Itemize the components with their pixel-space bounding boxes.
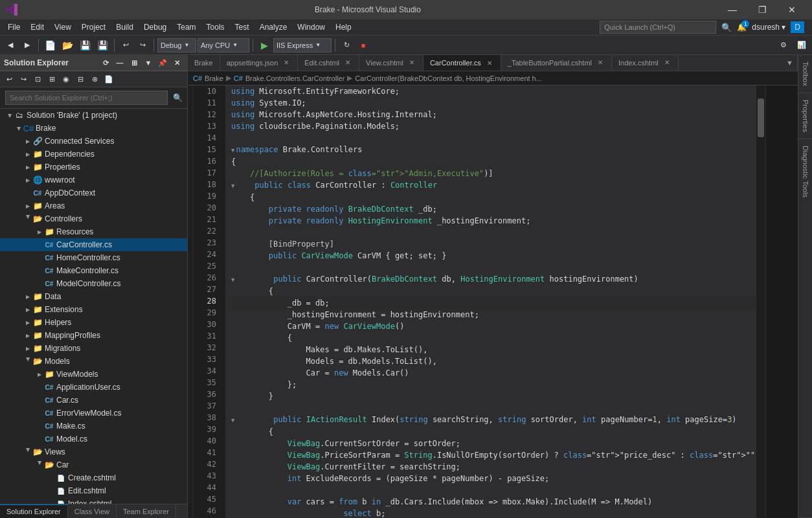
vs-sign-in[interactable]: D	[791, 21, 804, 33]
se-pin-btn[interactable]: 📌	[156, 56, 169, 69]
sidebar-toolbox[interactable]: Toolbox	[798, 55, 812, 93]
se-filter-btn[interactable]: ▼	[142, 56, 155, 69]
menu-window[interactable]: Window	[292, 19, 330, 36]
tree-carcontroller[interactable]: ▶ C# CarController.cs	[0, 238, 187, 251]
tree-migrations[interactable]: ▶ 📁 Migrations	[0, 342, 187, 355]
tree-extensions[interactable]: ▶ 📁 Extensions	[0, 303, 187, 316]
tab-close-index[interactable]: ✕	[662, 58, 671, 67]
redo-btn[interactable]: ↪	[135, 38, 150, 53]
menu-help[interactable]: Help	[330, 19, 357, 36]
tree-model-cs[interactable]: ▶ C# Model.cs	[0, 433, 187, 445]
run-target-dropdown[interactable]: IIS Express▼	[273, 38, 332, 52]
menu-build[interactable]: Build	[111, 19, 139, 36]
menu-view[interactable]: View	[49, 19, 76, 36]
tab-brake[interactable]: Brake	[188, 55, 220, 71]
tab-close-tablebutton[interactable]: ✕	[596, 58, 605, 67]
se-tb-6[interactable]: ⊟	[74, 73, 87, 85]
menu-debug[interactable]: Debug	[139, 19, 172, 36]
tree-views[interactable]: ▶ 📂 Views	[0, 445, 187, 458]
tab-appsettings[interactable]: appsettings.json ✕	[220, 55, 299, 71]
menu-team[interactable]: Team	[172, 19, 201, 36]
se-tb-7[interactable]: ⊗	[88, 73, 101, 85]
user-menu[interactable]: dsuresh ▾	[752, 23, 785, 32]
tree-resources[interactable]: ▶ 📁 Resources	[0, 225, 187, 238]
quick-launch[interactable]: Quick Launch (Ctrl+Q)	[600, 21, 716, 34]
tab-view-cshtml[interactable]: View.cshtml ✕	[359, 55, 423, 71]
se-tb-8[interactable]: 📄	[102, 73, 115, 85]
save-all-btn[interactable]: 💾	[95, 38, 111, 53]
undo-btn[interactable]: ↩	[118, 38, 133, 53]
stop-btn[interactable]: ■	[355, 38, 371, 53]
tab-close-carcontroller[interactable]: ✕	[485, 58, 494, 67]
sidebar-properties[interactable]: Properties	[798, 93, 812, 139]
tree-models[interactable]: ▶ 📂 Models	[0, 355, 187, 368]
tree-appdbcontext[interactable]: ▶ C# AppDbContext	[0, 186, 187, 199]
tree-solution[interactable]: ▶ 🗂 Solution 'Brake' (1 project)	[0, 109, 187, 122]
menu-tools[interactable]: Tools	[201, 19, 230, 36]
editor-scrollbar[interactable]	[756, 85, 765, 518]
tree-controllers[interactable]: ▶ 📂 Controllers	[0, 212, 187, 225]
toolbar-extra-2[interactable]: 📊	[794, 38, 809, 53]
tree-viewmodels[interactable]: ▶ 📁 ViewModels	[0, 368, 187, 381]
tree-areas[interactable]: ▶ 📁 Areas	[0, 199, 187, 212]
tree-mappingprofiles[interactable]: ▶ 📁 MappingProfiles	[0, 329, 187, 342]
breadcrumb-namespace[interactable]: Brake.Controllers.CarController	[245, 74, 344, 82]
se-sync-btn[interactable]: ⟳	[99, 56, 112, 69]
se-tb-1[interactable]: ↩	[3, 73, 16, 85]
tree-car-folder[interactable]: ▶ 📂 Car	[0, 458, 187, 471]
notifications-btn[interactable]: 🔔1	[737, 23, 747, 32]
refresh-btn[interactable]: ↻	[339, 38, 354, 53]
se-tb-5[interactable]: ◉	[60, 73, 73, 85]
tab-solution-explorer[interactable]: Solution Explorer	[0, 504, 68, 518]
minimize-btn[interactable]: —	[717, 0, 747, 19]
tab-close-appsettings[interactable]: ✕	[282, 58, 291, 67]
tree-errorviewmodel[interactable]: ▶ C# ErrorViewModel.cs	[0, 407, 187, 420]
tab-index-cshtml[interactable]: Index.cshtml ✕	[612, 55, 679, 71]
tree-properties[interactable]: ▶ 📁 Properties	[0, 161, 187, 174]
tree-makecontroller[interactable]: ▶ C# MakeController.cs	[0, 264, 187, 277]
se-collapse-btn[interactable]: —	[113, 56, 126, 69]
tab-class-view[interactable]: Class View	[68, 504, 117, 518]
tree-make-cs[interactable]: ▶ C# Make.cs	[0, 420, 187, 433]
tree-edit-cshtml[interactable]: ▶ 📄 Edit.cshtml	[0, 484, 187, 497]
menu-project[interactable]: Project	[76, 19, 111, 36]
save-btn[interactable]: 💾	[77, 38, 93, 53]
se-props-btn[interactable]: ⊞	[128, 56, 141, 69]
breadcrumb-project[interactable]: Brake	[205, 74, 223, 82]
se-search-icon[interactable]: 🔍	[170, 91, 185, 105]
breadcrumb-method[interactable]: CarController(BrakeDbContext db, Hosting…	[355, 74, 542, 82]
tree-wwwroot[interactable]: ▶ 🌐 wwwroot	[0, 174, 187, 186]
menu-file[interactable]: File	[3, 19, 25, 36]
maximize-btn[interactable]: ❐	[747, 0, 777, 19]
toolbar-extra-1[interactable]: ⚙	[776, 38, 791, 53]
tree-dependencies[interactable]: ▶ 📁 Dependencies	[0, 148, 187, 161]
tab-carcontroller[interactable]: CarController.cs ✕	[423, 55, 501, 71]
tree-index-cshtml[interactable]: ▶ 📄 Index.cshtml	[0, 497, 187, 504]
tree-data[interactable]: ▶ 📁 Data	[0, 290, 187, 303]
sidebar-diagnostic[interactable]: Diagnostic Tools	[798, 139, 812, 518]
tab-edit-cshtml[interactable]: Edit.cshtml ✕	[298, 55, 359, 71]
tree-connected-services[interactable]: ▶ 🔗 Connected Services	[0, 135, 187, 148]
se-close-btn[interactable]: ✕	[170, 56, 183, 69]
platform-dropdown[interactable]: Any CPU▼	[197, 38, 249, 52]
tab-tablebutton[interactable]: _TableButtonPartial.cshtml ✕	[501, 55, 612, 71]
tab-close-edit[interactable]: ✕	[343, 58, 352, 67]
code-content[interactable]: using Microsoft.EntityFrameworkCore;usin…	[226, 85, 756, 518]
tab-overflow[interactable]: ▼	[782, 55, 798, 71]
se-tb-2[interactable]: ↪	[17, 73, 30, 85]
se-search-input[interactable]	[5, 91, 168, 105]
menu-analyze[interactable]: Analyze	[254, 19, 293, 36]
run-btn[interactable]: ▶	[256, 38, 272, 53]
tree-modelcontroller[interactable]: ▶ C# ModelController.cs	[0, 277, 187, 290]
tab-team-explorer[interactable]: Team Explorer	[117, 504, 176, 518]
tree-applicationuser[interactable]: ▶ C# ApplicationUser.cs	[0, 381, 187, 394]
open-file-btn[interactable]: 📂	[60, 38, 76, 53]
back-btn[interactable]: ◀	[3, 38, 18, 53]
tree-project[interactable]: ▶ C# Brake	[0, 122, 187, 135]
forward-btn[interactable]: ▶	[19, 38, 35, 53]
search-icon[interactable]: 🔍	[721, 23, 732, 32]
tree-car-cs[interactable]: ▶ C# Car.cs	[0, 394, 187, 407]
se-tb-3[interactable]: ⊡	[31, 73, 44, 85]
tree-homecontroller[interactable]: ▶ C# HomeController.cs	[0, 251, 187, 264]
debug-mode-dropdown[interactable]: Debug▼	[157, 38, 196, 52]
